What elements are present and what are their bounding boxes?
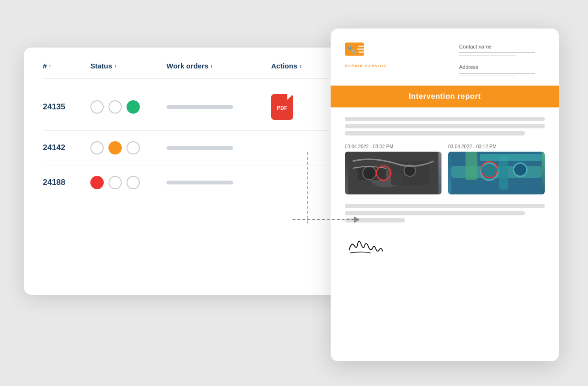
status-circle-empty-1 [90, 141, 104, 154]
col-actions-sort: ↑ [299, 63, 302, 69]
contact-name-label: Contact name [459, 44, 491, 49]
contact-info: Contact name Address [459, 42, 545, 76]
col-status[interactable]: Status ↑ [90, 62, 167, 70]
table-row: 24135 PDF [43, 84, 328, 131]
table-row: 24188 [43, 165, 328, 200]
photo-pipes [448, 152, 545, 194]
pipes-photo-svg [448, 152, 545, 194]
report-card: 🔧 REPAIR SERVICE Contact name Address In [331, 29, 559, 361]
svg-rect-15 [499, 156, 509, 190]
text-line [345, 211, 525, 215]
row-number: 24135 [43, 102, 90, 112]
address-label: Address [459, 64, 478, 70]
contact-name-line1 [459, 52, 535, 53]
table-card: # ↑ Status ↑ Work orders ↑ Actions ↑ 241… [24, 48, 347, 295]
arrow-head [354, 216, 360, 223]
pdf-label: PDF [277, 105, 287, 111]
address-line1 [459, 73, 535, 74]
status-circle-empty-1 [90, 100, 104, 114]
address-line2 [459, 76, 516, 77]
engine-photo-svg [345, 152, 441, 194]
table-header: # ↑ Status ↑ Work orders ↑ Actions ↑ [43, 62, 328, 79]
report-title-bar: Intervention report [331, 86, 559, 107]
status-circle-empty-2 [127, 176, 140, 189]
photos-section: 03.04.2022 - 03:02 PM [345, 144, 545, 194]
status-circle-green [127, 100, 140, 114]
signature-area [345, 230, 545, 265]
svg-text:🔧: 🔧 [346, 45, 357, 55]
status-circle-orange [108, 141, 122, 154]
photo-item-2: 03.04.2022 - 03:12 PM [448, 144, 545, 194]
text-line [345, 131, 525, 135]
report-header: 🔧 REPAIR SERVICE Contact name Address [331, 29, 559, 86]
row-number: 24188 [43, 178, 90, 187]
text-line [345, 117, 545, 121]
svg-point-17 [514, 163, 527, 176]
photo-timestamp-1: 03.04.2022 - 03:02 PM [345, 144, 441, 149]
status-circles [90, 100, 167, 114]
status-circle-empty-2 [108, 100, 122, 114]
logo-text: REPAIR SERVICE [345, 64, 387, 68]
col-work-orders-label: Work orders [167, 62, 208, 70]
col-actions-label: Actions [271, 62, 297, 70]
contact-name-field: Contact name [459, 42, 545, 56]
contact-name-line2 [459, 55, 516, 56]
col-work-orders[interactable]: Work orders ↑ [167, 62, 271, 70]
report-body: 03.04.2022 - 03:02 PM [331, 107, 559, 275]
text-block-2 [345, 204, 545, 222]
photo-engine [345, 152, 441, 194]
text-block-1 [345, 117, 545, 135]
signature-svg [345, 235, 388, 259]
arrow-connector [293, 216, 360, 223]
status-circles [90, 176, 167, 189]
repair-service-logo: 🔧 [345, 42, 371, 61]
table-row: 24142 [43, 131, 328, 165]
pdf-button[interactable]: PDF [271, 94, 293, 120]
photo-timestamp-2: 03.04.2022 - 03:12 PM [448, 144, 545, 149]
col-work-orders-sort: ↑ [210, 63, 213, 69]
svg-point-9 [363, 166, 376, 180]
svg-rect-18 [480, 154, 542, 161]
col-status-sort: ↑ [114, 63, 117, 69]
svg-rect-14 [466, 152, 478, 180]
col-number-label: # [43, 62, 47, 70]
row-number: 24142 [43, 143, 90, 153]
work-order-bar [167, 181, 271, 184]
status-circle-red [90, 176, 104, 189]
logo-area: 🔧 REPAIR SERVICE [345, 42, 387, 68]
col-number-sort: ↑ [49, 63, 51, 69]
status-circle-empty-1 [108, 176, 122, 189]
vertical-connector [307, 152, 308, 223]
dashed-line [293, 219, 354, 220]
report-title: Intervention report [409, 92, 481, 100]
work-order-bar [167, 105, 271, 109]
address-field: Address [459, 62, 545, 76]
text-line [345, 124, 545, 128]
status-circle-empty-2 [127, 141, 140, 154]
work-order-bar [167, 146, 271, 150]
status-circles [90, 141, 167, 154]
col-status-label: Status [90, 62, 112, 70]
photo-item-1: 03.04.2022 - 03:02 PM [345, 144, 441, 194]
col-number[interactable]: # ↑ [43, 62, 90, 70]
text-line [345, 204, 545, 208]
